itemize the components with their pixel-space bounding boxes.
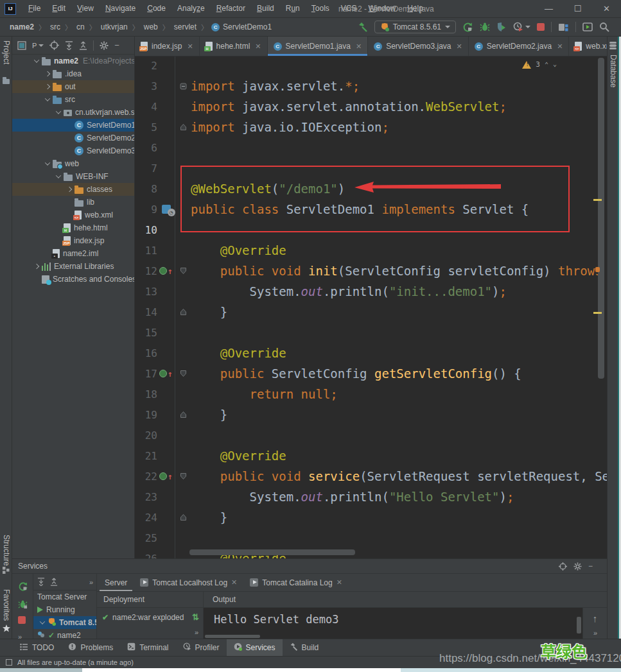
tool-window-favorites-tab[interactable]: Favorites <box>2 589 11 621</box>
tree-item--idea[interactable]: .idea <box>12 67 134 80</box>
tree-chevron[interactable] <box>42 85 53 89</box>
editor-tab-hehe-html[interactable]: Hhehe.html✕ <box>200 37 268 56</box>
tool-window-project-tab[interactable]: Project <box>2 40 11 64</box>
override-marker-icon[interactable]: ↑ <box>157 472 175 481</box>
breadcrumb-leaf[interactable]: CServletDemo1 <box>211 22 272 31</box>
console-horizontal-scrollbar[interactable] <box>205 635 260 638</box>
menu-item-build[interactable]: Build <box>251 0 280 17</box>
fold-marker[interactable] <box>175 363 191 384</box>
services-tree-item-tomcat-8-5-61[interactable]: Tomcat 8.5.61 <box>33 616 96 629</box>
tool-window-button-build[interactable]: Build <box>283 639 326 656</box>
tree-chevron[interactable] <box>31 59 42 63</box>
fold-marker[interactable] <box>175 117 191 137</box>
fold-marker[interactable] <box>175 76 191 96</box>
menu-item-edit[interactable]: Edit <box>46 0 71 17</box>
services-tab-tomcat-catalina-log[interactable]: Tomcat Catalina Log✕ <box>245 574 347 591</box>
run-anything-icon[interactable] <box>582 22 593 31</box>
minimize-button[interactable]: — <box>534 0 563 17</box>
services-tree-item-name2[interactable]: ✓name2 <box>33 629 96 639</box>
code-line[interactable]: 25 <box>135 528 607 548</box>
code-line[interactable]: 23 System.out.println("Hello Servlet"); <box>135 487 607 507</box>
fold-marker[interactable] <box>175 404 191 425</box>
hide-panel-icon[interactable]: − <box>588 562 593 571</box>
tree-chevron[interactable] <box>42 98 53 101</box>
menu-item-run[interactable]: Run <box>280 0 306 17</box>
class-run-marker-icon[interactable] <box>157 205 175 214</box>
prev-warning-icon[interactable]: ⌃ <box>545 61 548 68</box>
menu-item-navigate[interactable]: Navigate <box>100 0 141 17</box>
tree-item-external-libraries[interactable]: External Libraries <box>12 260 134 273</box>
run-configuration-selector[interactable]: Tomcat 8.5.61 <box>374 21 456 33</box>
code-line[interactable]: 15 <box>135 322 607 343</box>
fold-marker[interactable] <box>175 302 191 322</box>
profiler-button[interactable] <box>513 22 530 32</box>
tool-window-button-services[interactable]: Services <box>227 639 283 656</box>
settings-gear-icon[interactable] <box>573 562 582 571</box>
tree-item-hehe-html[interactable]: Hhehe.html <box>12 221 134 234</box>
close-tab-icon[interactable]: ✕ <box>457 42 462 51</box>
debug-server-button[interactable] <box>18 599 28 609</box>
editor-tab-servletdemo3-java[interactable]: CServletDemo3.java✕ <box>368 37 469 56</box>
code-line[interactable]: 17↑ public ServletConfig getServletConfi… <box>135 363 607 384</box>
locate-file-icon[interactable] <box>49 40 59 50</box>
editor-tab-servletdemo1-java[interactable]: CServletDemo1.java✕ <box>268 37 369 56</box>
project-view-icon[interactable] <box>17 41 26 50</box>
rerun-button[interactable] <box>462 22 473 33</box>
code-line[interactable]: 24 } <box>135 507 607 528</box>
tree-item-index-jsp[interactable]: JSPindex.jsp <box>12 234 134 247</box>
warning-stripe-mark[interactable] <box>593 312 602 314</box>
code-line[interactable]: 6 <box>135 137 607 158</box>
breadcrumb-item[interactable]: web <box>143 22 159 31</box>
breadcrumb-item[interactable]: name2 <box>8 22 35 31</box>
tool-window-database-tab[interactable]: Database <box>609 55 618 87</box>
tree-item-servletdemo3[interactable]: CServletDemo3 <box>12 144 134 157</box>
view-selector[interactable]: P <box>32 42 44 49</box>
tree-item-src[interactable]: src <box>12 93 134 106</box>
fold-marker[interactable] <box>175 466 191 487</box>
breadcrumb-item[interactable]: utkvrjan <box>100 22 129 31</box>
code-line[interactable]: 14 } <box>135 302 607 322</box>
tree-item-classes[interactable]: classes <box>12 183 134 196</box>
hide-panel-icon[interactable]: − <box>114 40 119 50</box>
editor-body[interactable]: 23import javax.servlet.*;4import javax.s… <box>135 56 607 558</box>
tree-item-web[interactable]: web <box>12 157 134 170</box>
editor-horizontal-scrollbar[interactable] <box>189 549 355 555</box>
warning-stripe-mark[interactable] <box>593 199 602 201</box>
deployment-row[interactable]: ✔name2:war exploded⇅ <box>97 608 203 622</box>
tree-item-name2[interactable]: name2E:\IdeaProjects\name2 <box>12 55 134 67</box>
breadcrumb-item[interactable]: src <box>49 22 62 31</box>
code-line[interactable]: 19 } <box>135 404 607 425</box>
next-warning-icon[interactable]: ⌃ <box>553 61 557 68</box>
code-line[interactable]: 11 @Override <box>135 240 607 261</box>
services-tree-item-tomcat-server[interactable]: Tomcat Server <box>33 590 96 603</box>
tool-window-button-todo[interactable]: TODO <box>13 639 61 656</box>
code-line[interactable]: 4import javax.servlet.annotation.WebServ… <box>135 96 607 117</box>
code-line[interactable]: 12↑ public void init(ServletConfig servl… <box>135 261 607 281</box>
scroll-to-top-icon[interactable]: ↑ <box>593 613 598 624</box>
console-output[interactable]: Hello Servlet demo3 <box>204 608 582 639</box>
project-structure-icon[interactable] <box>558 22 569 32</box>
override-marker-icon[interactable]: ↑ <box>157 370 175 378</box>
editor-tab-servletdemo2-java[interactable]: CServletDemo2.java✕ <box>469 37 570 56</box>
tree-item-cn-utkvrjan-web-servlet[interactable]: cn.utkvrjan.web.servlet <box>12 106 134 119</box>
redeploy-icon[interactable]: ⇅ <box>192 612 199 622</box>
tool-window-button-profiler[interactable]: Profiler <box>176 639 227 656</box>
tree-chevron[interactable] <box>53 175 64 178</box>
warning-stripe-mark[interactable] <box>595 267 600 272</box>
tree-chevron[interactable] <box>31 264 42 268</box>
fold-marker[interactable] <box>175 261 191 281</box>
close-tab-icon[interactable]: ✕ <box>255 42 261 51</box>
tree-item-web-inf[interactable]: WEB-INF <box>12 170 134 183</box>
code-line[interactable]: 18 return null; <box>135 384 607 404</box>
code-line[interactable]: 13 System.out.println("init...demo1"); <box>135 281 607 302</box>
debug-button[interactable] <box>480 22 490 32</box>
tree-item-scratches-and-consoles[interactable]: Scratches and Consoles <box>12 273 134 286</box>
tree-chevron[interactable] <box>64 187 74 191</box>
menu-item-analyze[interactable]: Analyze <box>171 0 211 17</box>
locate-icon[interactable] <box>559 562 567 571</box>
breadcrumb-item[interactable]: cn <box>75 22 86 31</box>
maximize-button[interactable]: ☐ <box>563 0 592 17</box>
search-everywhere-icon[interactable] <box>599 22 609 32</box>
tree-chevron[interactable] <box>37 621 48 625</box>
tool-window-structure-tab[interactable]: Structure <box>2 535 11 566</box>
